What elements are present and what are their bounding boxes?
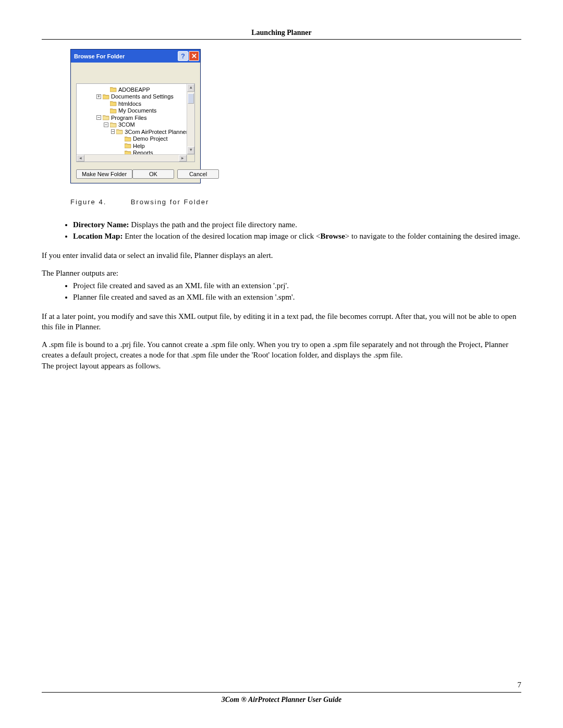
- list-item: Planner file created and saved as an XML…: [73, 292, 521, 302]
- folder-icon: [116, 129, 123, 134]
- list-item: Project file created and saved as an XML…: [73, 280, 521, 291]
- body-paragraph: The project layout appears as follows.: [42, 361, 521, 371]
- tree-node-label: 3COM: [118, 121, 135, 128]
- list-item: Location Map: Enter the location of the …: [73, 231, 521, 241]
- dialog-title: Browse For Folder: [74, 53, 125, 59]
- body-paragraph: If you enter invalid data or select an i…: [42, 250, 521, 261]
- tree-node-label: htmldocs: [118, 101, 141, 107]
- tree-node[interactable]: +Documents and Settings: [77, 93, 187, 101]
- vertical-scrollbar[interactable]: ▴ ▾: [187, 84, 194, 154]
- definition-list: Directory Name: Displays the path and th…: [73, 219, 521, 242]
- figure-text: Browsing for Folder: [131, 198, 210, 206]
- scroll-right-button[interactable]: ▸: [179, 155, 187, 162]
- body-paragraph: A .spm file is bound to a .prj file. You…: [42, 339, 521, 361]
- outputs-list: Project file created and saved as an XML…: [73, 280, 521, 303]
- tree-node-label: ADOBEAPP: [118, 87, 150, 93]
- folder-icon: [110, 87, 117, 92]
- tree-node-label: Program Files: [111, 115, 146, 121]
- body-paragraph: The Planner outputs are:: [42, 268, 521, 278]
- tree-node[interactable]: −3COM: [77, 121, 187, 129]
- figure-number: Figure 4.: [70, 198, 128, 206]
- scroll-thumb[interactable]: [188, 93, 194, 104]
- folder-icon: [103, 94, 109, 100]
- scroll-down-button[interactable]: ▾: [187, 146, 194, 154]
- help-button[interactable]: ?: [178, 51, 188, 61]
- ok-button[interactable]: OK: [132, 169, 174, 179]
- tree-node-label: Demo Project: [133, 135, 168, 142]
- expander-icon[interactable]: −: [96, 115, 101, 120]
- scroll-left-button[interactable]: ◂: [77, 155, 84, 162]
- tree-node[interactable]: ADOBEAPP: [77, 86, 187, 93]
- tree-node[interactable]: htmldocs: [77, 100, 187, 107]
- close-button[interactable]: ✕: [189, 51, 199, 61]
- folder-icon: [125, 136, 131, 142]
- tree-node-label: Documents and Settings: [111, 93, 174, 100]
- page-header: Launching Planner: [42, 29, 521, 40]
- tree-node[interactable]: −3Com AirProtect Planner: [77, 128, 187, 135]
- tree-node[interactable]: Help: [77, 142, 187, 150]
- tree-node[interactable]: −Program Files: [77, 114, 187, 121]
- cancel-button[interactable]: Cancel: [177, 169, 219, 179]
- horizontal-scrollbar[interactable]: ◂ ▸: [77, 154, 194, 162]
- page-number: 7: [518, 681, 522, 689]
- folder-icon: [125, 143, 131, 149]
- dialog-titlebar: Browse For Folder ? ✕: [71, 50, 200, 63]
- tree-node[interactable]: Demo Project: [77, 135, 187, 143]
- tree-node[interactable]: My Documents: [77, 107, 187, 115]
- expander-icon[interactable]: −: [104, 122, 108, 127]
- folder-icon: [103, 115, 109, 120]
- folder-icon: [110, 122, 117, 128]
- footer: 3Com ® AirProtect Planner User Guide: [42, 692, 521, 704]
- tree-node-label: Help: [133, 143, 145, 149]
- folder-icon: [110, 108, 117, 114]
- list-item: Directory Name: Displays the path and th…: [73, 219, 521, 230]
- tree-node-label: My Documents: [118, 107, 156, 114]
- browse-folder-dialog: Browse For Folder ? ✕ ADOBEAPP+Documents…: [70, 49, 201, 183]
- folder-icon: [110, 101, 117, 106]
- expander-icon[interactable]: −: [111, 129, 115, 134]
- expander-icon[interactable]: +: [96, 94, 101, 99]
- figure-caption: Figure 4. Browsing for Folder: [70, 198, 521, 206]
- folder-tree[interactable]: ADOBEAPP+Documents and SettingshtmldocsM…: [76, 83, 195, 162]
- tree-node-label: 3Com AirProtect Planner: [125, 129, 188, 135]
- scroll-up-button[interactable]: ▴: [187, 84, 194, 92]
- make-new-folder-button[interactable]: Make New Folder: [76, 169, 132, 179]
- body-paragraph: If at a later point, you modify and save…: [42, 311, 521, 332]
